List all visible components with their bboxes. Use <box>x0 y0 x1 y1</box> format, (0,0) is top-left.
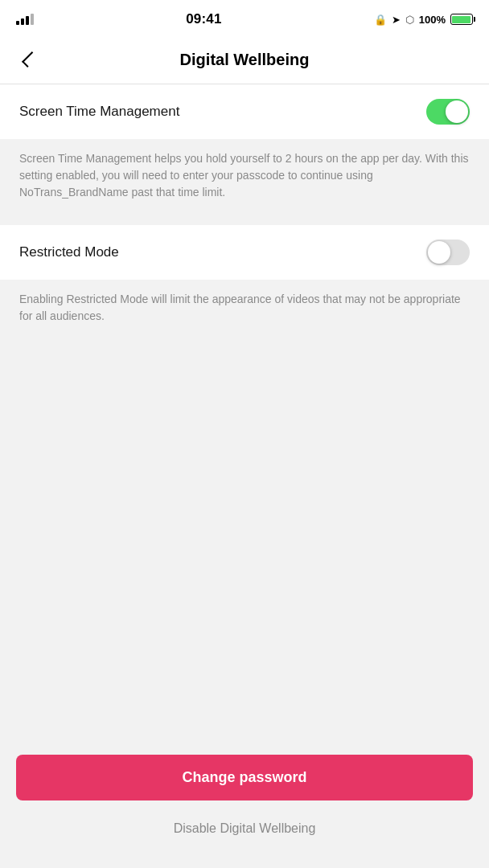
screen-time-section: Screen Time Management <box>0 84 489 139</box>
cast-icon: ⬡ <box>405 14 414 26</box>
status-bar: 09:41 🔒 ➤ ⬡ 100% <box>0 0 489 35</box>
screen-time-toggle-thumb <box>446 100 468 123</box>
battery-icon <box>450 14 473 25</box>
status-time: 09:41 <box>186 11 221 27</box>
signal-area <box>16 14 34 25</box>
screen-time-description: Screen Time Management helps you hold yo… <box>19 150 470 201</box>
page-title: Digital Wellbeing <box>180 51 310 69</box>
screen-time-row: Screen Time Management <box>0 84 489 139</box>
change-password-button[interactable]: Change password <box>16 755 473 800</box>
back-chevron-icon <box>22 51 38 68</box>
screen-time-label: Screen Time Management <box>19 104 179 120</box>
screen-time-toggle[interactable] <box>426 99 470 125</box>
restricted-mode-label: Restricted Mode <box>19 244 119 260</box>
restricted-mode-description-block: Enabling Restricted Mode will limit the … <box>0 280 489 336</box>
lock-icon: 🔒 <box>374 14 387 26</box>
navigation-icon: ➤ <box>392 14 401 26</box>
battery-percent: 100% <box>419 14 446 26</box>
main-spacer <box>0 336 489 755</box>
restricted-mode-toggle[interactable] <box>426 240 470 265</box>
status-indicators: 🔒 ➤ ⬡ 100% <box>374 14 473 26</box>
restricted-mode-row: Restricted Mode <box>0 225 489 280</box>
restricted-mode-description: Enabling Restricted Mode will limit the … <box>19 291 470 325</box>
page-header: Digital Wellbeing <box>0 35 489 84</box>
back-button[interactable] <box>13 45 42 74</box>
section-spacer-1 <box>0 212 489 225</box>
screen-time-description-block: Screen Time Management helps you hold yo… <box>0 139 489 212</box>
disable-digital-wellbeing-button[interactable]: Disable Digital Wellbeing <box>166 813 324 844</box>
restricted-mode-section: Restricted Mode <box>0 225 489 280</box>
bottom-section: Change password Disable Digital Wellbein… <box>0 755 489 868</box>
restricted-mode-toggle-thumb <box>428 241 450 264</box>
signal-icon <box>16 14 34 25</box>
